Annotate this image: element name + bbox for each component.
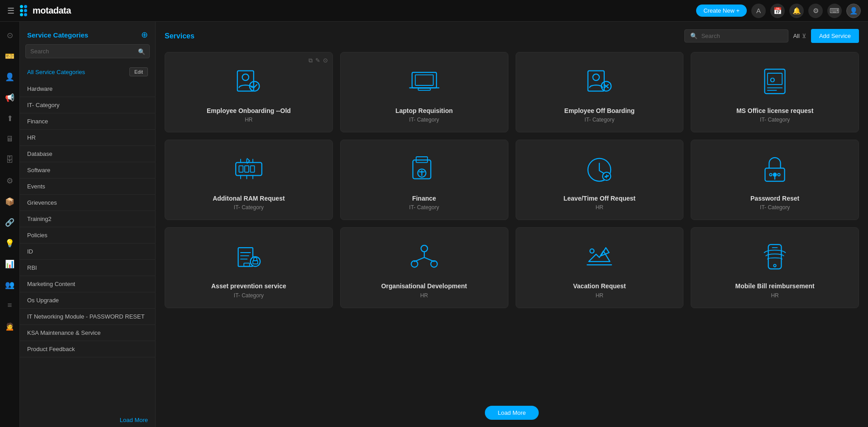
services-grid: ⧉ ✎ ⊙ Employee Onboarding --Old HR Lapto… bbox=[156, 48, 868, 404]
left-panel: Service Categories ⊕ 🔍 All Service Categ… bbox=[20, 22, 156, 427]
card-category: HR bbox=[245, 117, 252, 123]
service-card[interactable]: Employee Off Boarding IT- Category bbox=[516, 52, 684, 132]
category-item[interactable]: IT- Category bbox=[20, 97, 155, 113]
load-more-left[interactable]: Load More bbox=[20, 413, 155, 427]
service-card[interactable]: Vacation Request HR bbox=[516, 227, 684, 308]
category-item[interactable]: Training2 bbox=[20, 211, 155, 227]
calendar-icon[interactable]: 📅 bbox=[770, 4, 785, 18]
category-item[interactable]: Finance bbox=[20, 113, 155, 130]
all-categories-item[interactable]: All Service Categories Edit bbox=[20, 63, 155, 81]
category-item[interactable]: Os Upgrade bbox=[20, 292, 155, 309]
card-title: Employee Off Boarding bbox=[564, 107, 635, 115]
service-card[interactable]: Organisational Development HR bbox=[340, 227, 508, 308]
category-item[interactable]: Software bbox=[20, 162, 155, 178]
card-category: IT- Category bbox=[409, 204, 439, 211]
load-more-button[interactable]: Load More bbox=[485, 406, 538, 420]
topnav: ☰ motadata Create New + A 📅 🔔 ⚙ ⌨ 👤 bbox=[0, 0, 868, 22]
card-icon bbox=[757, 239, 793, 275]
category-item[interactable]: Policies bbox=[20, 227, 155, 244]
category-list-items: HardwareIT- CategoryFinanceHRDatabaseSof… bbox=[20, 81, 155, 357]
card-category: HR bbox=[596, 204, 603, 211]
add-service-button[interactable]: Add Service bbox=[811, 29, 859, 43]
card-title: Password Reset bbox=[750, 194, 799, 202]
nav-upload-icon[interactable]: ⬆ bbox=[2, 110, 18, 127]
service-card[interactable]: Leave/Time Off Request HR bbox=[516, 140, 684, 220]
category-search-input[interactable] bbox=[25, 44, 150, 58]
copy-icon[interactable]: ⧉ bbox=[308, 57, 313, 64]
category-item[interactable]: Grievences bbox=[20, 195, 155, 211]
category-item[interactable]: HR bbox=[20, 130, 155, 146]
load-more-wrap: Load More bbox=[156, 404, 868, 427]
svg-text:O: O bbox=[770, 76, 775, 84]
nav-people-icon[interactable]: 👤 bbox=[2, 69, 18, 85]
nav-list-icon[interactable]: ≡ bbox=[2, 297, 18, 314]
category-item[interactable]: Hardware bbox=[20, 81, 155, 97]
nav-user2-icon[interactable]: 👥 bbox=[2, 277, 18, 293]
settings-icon[interactable]: ⚙ bbox=[808, 4, 823, 18]
card-icon bbox=[581, 239, 617, 275]
service-card[interactable]: ⧉ ✎ ⊙ Employee Onboarding --Old HR bbox=[165, 52, 333, 132]
svg-point-23 bbox=[773, 173, 777, 177]
category-item[interactable]: Marketing Content bbox=[20, 276, 155, 292]
category-item[interactable]: IT Networking Module - PASSWORD RESET bbox=[20, 309, 155, 325]
category-item[interactable]: Product Feedback bbox=[20, 341, 155, 357]
create-new-button[interactable]: Create New + bbox=[696, 5, 747, 17]
card-title: Vacation Request bbox=[573, 282, 626, 290]
card-actions: ⧉ ✎ ⊙ bbox=[308, 57, 328, 64]
service-card[interactable]: Asset prevention service IT- Category bbox=[165, 227, 333, 308]
nav-package-icon[interactable]: 📦 bbox=[2, 193, 18, 210]
user-icon[interactable]: A bbox=[751, 4, 766, 18]
card-title: Leave/Time Off Request bbox=[564, 194, 636, 202]
bell-icon[interactable]: 🔔 bbox=[789, 4, 804, 18]
category-item[interactable]: Database bbox=[20, 146, 155, 162]
more-icon[interactable]: ⊙ bbox=[323, 57, 328, 64]
category-item[interactable]: RBI bbox=[20, 260, 155, 276]
service-card[interactable]: Additonal RAM Request IT- Category bbox=[165, 140, 333, 220]
service-card[interactable]: Mobile Bill reimbursement HR bbox=[691, 227, 859, 308]
edit-icon[interactable]: ✎ bbox=[315, 57, 320, 64]
nav-announce-icon[interactable]: 📢 bbox=[2, 89, 18, 106]
nav-catalog-icon[interactable]: 🎫 bbox=[2, 48, 18, 64]
card-category: IT- Category bbox=[409, 117, 439, 123]
svg-point-35 bbox=[773, 264, 776, 267]
nav-storage-icon[interactable]: 🗄 bbox=[2, 152, 18, 168]
nav-connect-icon[interactable]: 🔗 bbox=[2, 214, 18, 230]
service-card[interactable]: Finance IT- Category bbox=[340, 140, 508, 220]
nav-user3-icon[interactable]: 🙍 bbox=[2, 318, 18, 334]
edit-button[interactable]: Edit bbox=[129, 67, 148, 76]
nav-gear-icon[interactable]: ⚙ bbox=[2, 173, 18, 189]
svg-point-7 bbox=[593, 74, 599, 80]
svg-rect-13 bbox=[239, 166, 243, 172]
category-item[interactable]: Events bbox=[20, 178, 155, 195]
left-panel-header: Service Categories ⊕ bbox=[20, 22, 155, 44]
topnav-left: ☰ motadata bbox=[7, 5, 71, 16]
filter-button[interactable]: All ⊻ bbox=[793, 33, 806, 39]
service-card[interactable]: Laptop Requisition IT- Category bbox=[340, 52, 508, 132]
right-header-right: 🔍 All ⊻ Add Service bbox=[684, 29, 859, 43]
svg-point-1 bbox=[242, 74, 248, 80]
services-search-input[interactable] bbox=[701, 33, 783, 39]
svg-point-28 bbox=[250, 257, 260, 267]
svg-point-24 bbox=[769, 174, 772, 176]
nav-monitor-icon[interactable]: 🖥 bbox=[2, 131, 18, 147]
nav-bulb-icon[interactable]: 💡 bbox=[2, 235, 18, 251]
svg-point-25 bbox=[778, 174, 780, 176]
svg-rect-4 bbox=[418, 88, 430, 90]
hamburger-icon[interactable]: ☰ bbox=[7, 6, 14, 16]
left-panel-title: Service Categories bbox=[27, 31, 88, 39]
service-card[interactable]: O MS Office license request IT- Category bbox=[691, 52, 859, 132]
avatar[interactable]: 👤 bbox=[846, 4, 861, 18]
category-item[interactable]: ID bbox=[20, 244, 155, 260]
add-category-icon[interactable]: ⊕ bbox=[141, 30, 148, 40]
filter-label: All bbox=[793, 33, 799, 39]
service-card[interactable]: Password Reset IT- Category bbox=[691, 140, 859, 220]
card-title: Finance bbox=[412, 194, 436, 202]
card-title: Asset prevention service bbox=[211, 282, 286, 290]
keyboard-icon[interactable]: ⌨ bbox=[827, 4, 842, 18]
card-icon bbox=[231, 239, 267, 275]
nav-home-icon[interactable]: ⊙ bbox=[2, 27, 18, 43]
category-item[interactable]: KSA Maintenance & Service bbox=[20, 325, 155, 341]
right-panel-title: Services bbox=[165, 32, 194, 40]
card-icon bbox=[757, 151, 793, 187]
nav-chart-icon[interactable]: 📊 bbox=[2, 256, 18, 272]
